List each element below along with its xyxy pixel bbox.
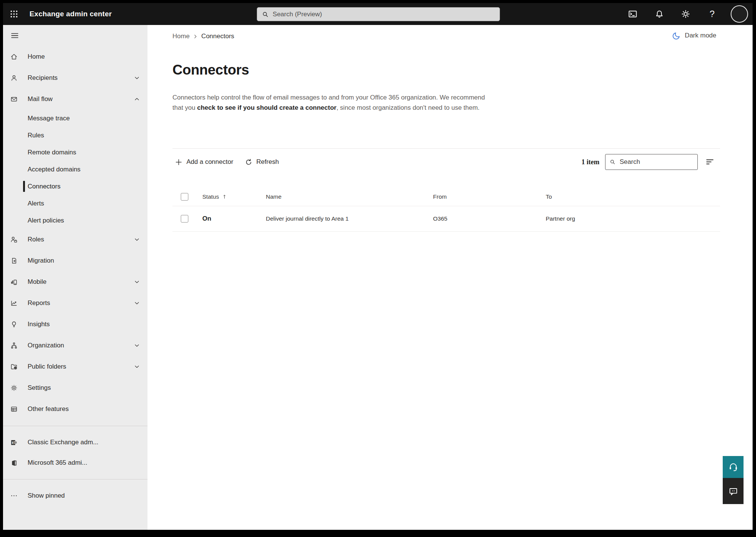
list-toolbar: Add a connector Refresh 1 item [172,151,720,173]
sidebar-item-accepted-domains[interactable]: Accepted domains [3,161,147,178]
help-support-button[interactable] [723,456,744,478]
sidebar-item-organization[interactable]: Organization [3,335,147,356]
migration-icon [10,257,18,265]
sidebar-item-classic-exchange[interactable]: E Classic Exchange adm... [3,432,147,453]
sidebar-item-public-folders[interactable]: Public folders [3,356,147,377]
hamburger-icon[interactable] [3,25,147,46]
sidebar-item-alerts[interactable]: Alerts [3,195,147,212]
sidebar-item-settings[interactable]: Settings [3,377,147,398]
global-search[interactable] [257,7,500,21]
table-header-row: Status Name From To [172,187,720,206]
chevron-down-icon [133,342,141,349]
microsoft-365-icon [10,459,18,467]
sidebar-item-roles[interactable]: Roles [3,229,147,250]
other-features-icon [10,405,18,413]
sidebar-item-microsoft-365[interactable]: Microsoft 365 admi... [3,453,147,473]
connector-from: O365 [433,215,546,222]
app-title: Exchange admin center [29,10,112,18]
selected-indicator [23,181,25,192]
chevron-down-icon [133,236,141,243]
sidebar: Home Recipients Mail flow Message trace … [3,25,147,530]
create-connector-link[interactable]: check to see if you should create a conn… [197,104,336,111]
mail-icon [10,95,18,103]
sidebar-item-connectors[interactable]: Connectors [3,178,147,195]
gear-icon[interactable] [678,6,694,22]
sidebar-item-insights[interactable]: Insights [3,314,147,335]
feedback-bubble-icon [728,486,739,497]
bell-icon[interactable] [651,6,667,22]
feedback-button[interactable] [723,478,744,504]
connector-to: Partner org [546,215,720,222]
search-icon [262,11,269,18]
reports-icon [10,299,18,307]
dark-mode-label: Dark mode [685,32,716,39]
description-text: , since most organizations don't need to… [337,104,480,111]
sidebar-item-reports[interactable]: Reports [3,293,147,314]
headset-icon [728,462,739,472]
page-description: Connectors help control the flow of emai… [172,92,492,113]
table-row[interactable]: On Deliver journal directly to Area 1 O3… [172,206,720,232]
connectors-table: Status Name From To On Deliver journal d… [172,187,720,232]
sidebar-item-mobile[interactable]: Mobile [3,271,147,293]
insights-icon [10,321,18,328]
chevron-down-icon [133,299,141,307]
breadcrumb-chevron-icon [192,34,198,39]
column-header-to[interactable]: To [546,193,720,200]
terminal-icon[interactable] [625,6,641,22]
home-icon [10,53,18,61]
sidebar-divider [3,426,147,426]
column-header-status[interactable]: Status [202,193,219,200]
person-icon [10,74,18,82]
chevron-down-icon [133,278,141,286]
app-frame: Exchange admin center [0,0,756,537]
sidebar-item-home[interactable]: Home [3,46,147,67]
settings-gear-icon [10,384,18,392]
sidebar-item-alert-policies[interactable]: Alert policies [3,212,147,229]
sidebar-item-rules[interactable]: Rules [3,127,147,144]
add-connector-button[interactable]: Add a connector [175,158,233,166]
organization-icon [10,342,18,349]
sidebar-item-mail-flow[interactable]: Mail flow [3,89,147,110]
sidebar-item-recipients[interactable]: Recipients [3,67,147,89]
connector-status: On [202,215,266,223]
chevron-down-icon [133,363,141,370]
list-search[interactable] [605,154,698,170]
sidebar-item-remote-domains[interactable]: Remote domains [3,144,147,161]
select-all-checkbox[interactable] [181,193,188,201]
connector-name[interactable]: Deliver journal directly to Area 1 [266,215,433,222]
row-checkbox[interactable] [181,215,188,223]
public-folders-icon [10,363,18,370]
filter-icon[interactable] [703,156,716,168]
page-title: Connectors [172,62,249,78]
sidebar-divider [3,479,147,479]
help-icon[interactable]: ? [704,6,720,22]
mobile-icon [10,278,18,286]
breadcrumb: Home Connectors [172,33,234,40]
moon-icon [672,31,681,40]
more-dots-icon [10,492,18,500]
global-search-input[interactable] [273,11,495,18]
sidebar-item-show-pinned[interactable]: Show pinned [3,486,147,506]
search-icon [609,158,616,166]
item-count: 1 item [582,158,599,166]
app-launcher-icon[interactable] [3,3,25,25]
breadcrumb-current: Connectors [201,33,234,40]
refresh-button[interactable]: Refresh [245,158,279,166]
section-divider [172,148,720,149]
top-bar: Exchange admin center [3,3,753,25]
roles-icon [10,236,18,243]
sidebar-item-migration[interactable]: Migration [3,250,147,271]
breadcrumb-home-link[interactable]: Home [172,33,189,40]
sidebar-item-other-features[interactable]: Other features [3,398,147,420]
main-content: Home Connectors Dark mode Connectors Con… [147,25,753,530]
avatar[interactable] [731,5,748,23]
plus-icon [175,158,183,166]
floating-action-buttons [723,456,744,504]
list-search-input[interactable] [620,158,694,166]
column-header-from[interactable]: From [433,193,546,200]
column-header-name[interactable]: Name [266,193,433,200]
sidebar-item-message-trace[interactable]: Message trace [3,110,147,127]
chevron-down-icon [133,74,141,82]
dark-mode-toggle[interactable]: Dark mode [672,31,716,40]
classic-exchange-icon: E [10,439,18,446]
